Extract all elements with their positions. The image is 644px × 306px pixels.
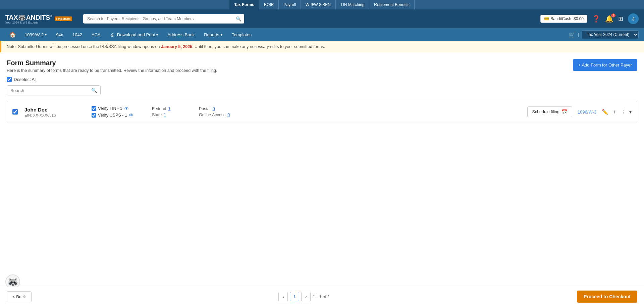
topnav-item-retirement[interactable]: Retirement Benefits <box>369 0 414 9</box>
nav-home-button[interactable]: 🏠 <box>5 28 20 41</box>
federal-label: Federal <box>152 106 166 111</box>
payer-info: John Doe EIN: XX-XXX6516 <box>24 107 85 117</box>
notification-badge: 2 <box>611 13 615 17</box>
notification-bell-icon[interactable]: 🔔 2 <box>605 15 613 23</box>
topnav-item-taxforms[interactable]: Tax Forms <box>229 0 259 9</box>
add-icon[interactable]: ＋ <box>612 108 617 116</box>
header-right: 💳 BanditCash: $0.00 ❓ 🔔 2 ⊞ J <box>540 13 639 24</box>
topnav-item-tin[interactable]: TIN Matching <box>336 0 369 9</box>
schedule-filing-label: Schedule filing <box>532 110 559 114</box>
nav-item-reports-label: Reports <box>204 32 219 37</box>
online-access-label: Online Access <box>199 113 225 117</box>
nav-item-address-book-label: Address Book <box>167 32 195 37</box>
secondary-nav: 🏠 1099/W-2 ▾ 94x 1042 ACA 🖨 Download and… <box>0 28 644 41</box>
cart-icon[interactable]: 🛒 <box>569 32 575 38</box>
state-label: State <box>152 113 162 117</box>
back-button[interactable]: < Back <box>7 291 32 302</box>
verify-tin-eye-icon[interactable]: 👁 <box>124 106 129 111</box>
bandit-cash-button[interactable]: 💳 BanditCash: $0.00 <box>540 15 587 23</box>
topnav-item-payroll[interactable]: Payroll <box>279 0 301 9</box>
nav-item-1042[interactable]: 1042 <box>68 28 87 41</box>
verify-usps-eye-icon[interactable]: 👁 <box>129 113 133 118</box>
postal-col: Postal 0 Online Access 0 <box>199 106 243 117</box>
federal-value[interactable]: 1 <box>168 106 170 111</box>
global-search-box: 🔍 <box>83 14 244 24</box>
apps-grid-icon[interactable]: ⊞ <box>618 15 623 23</box>
bandit-cash-label: BanditCash: $0.00 <box>550 16 584 21</box>
verify-tin-item: Verify TIN - 1 👁 <box>92 106 145 111</box>
nav-item-94x-label: 94x <box>56 32 63 37</box>
verify-usps-label: Verify USPS - 1 <box>98 113 127 118</box>
nav-separator: | <box>578 32 579 37</box>
nav-item-reports[interactable]: Reports ▾ <box>199 28 227 41</box>
verify-usps-checkbox[interactable] <box>92 113 96 118</box>
nav-item-1099w2[interactable]: 1099/W-2 ▾ <box>20 28 51 41</box>
schedule-filing-button[interactable]: Schedule filing 📅 <box>527 106 572 117</box>
add-form-button[interactable]: + Add Form for Other Payer <box>573 59 637 71</box>
form-link-1096w3[interactable]: 1096/W-3 <box>578 110 596 115</box>
top-nav-bar: Tax Forms BOIR Payroll W-9/W-8 BEN TIN M… <box>0 0 644 9</box>
footer: < Back ‹ 1 › 1 - 1 of 1 Proceed to Check… <box>0 287 644 305</box>
premium-badge: PREMIUM <box>55 16 72 21</box>
postal-label: Postal <box>199 106 211 111</box>
form-row: John Doe EIN: XX-XXX6516 Verify TIN - 1 … <box>7 101 637 123</box>
verify-usps-item: Verify USPS - 1 👁 <box>92 113 145 118</box>
postal-value[interactable]: 0 <box>213 106 215 111</box>
deselect-all-checkbox[interactable] <box>7 77 12 82</box>
form-search-box: 🔍 <box>7 85 101 95</box>
form-search-icon[interactable]: 🔍 <box>91 88 97 93</box>
online-access-item: Online Access 0 <box>199 113 243 117</box>
counts-col: Federal 1 State 1 <box>152 106 192 117</box>
nav-right-area: 🛒 | Tax Year 2024 (Current) <box>569 30 639 39</box>
main-header: TAX🦝ANDITS® PREMIUM Your 1099 & W2 Exper… <box>0 9 644 28</box>
search-row: 🔍 <box>7 85 637 95</box>
help-icon[interactable]: ❓ <box>592 15 600 23</box>
more-options-icon[interactable]: ⋮ <box>621 109 626 115</box>
nav-item-download-print[interactable]: 🖨 Download and Print ▾ <box>105 28 163 41</box>
current-page-button[interactable]: 1 <box>290 292 299 301</box>
edit-icon[interactable]: ✏️ <box>602 109 608 115</box>
nav-item-address-book[interactable]: Address Book <box>163 28 199 41</box>
logo: TAX🦝ANDITS® PREMIUM Your 1099 & W2 Exper… <box>5 13 72 24</box>
expand-chevron-icon[interactable]: ▾ <box>629 109 632 115</box>
global-search-input[interactable] <box>83 14 244 24</box>
tax-year-select[interactable]: Tax Year 2024 (Current) <box>582 30 639 39</box>
global-search-button[interactable]: 🔍 <box>236 16 241 21</box>
topnav-item-w9[interactable]: W-9/W-8 BEN <box>301 0 336 9</box>
nav-item-aca-label: ACA <box>92 32 101 37</box>
form-row-checkbox[interactable] <box>12 109 18 115</box>
nav-item-templates[interactable]: Templates <box>227 28 256 41</box>
calendar-icon: 📅 <box>561 109 567 115</box>
action-icons: ✏️ ＋ ⋮ ▾ <box>602 108 632 116</box>
main-content: Form Summary Here is the summary of form… <box>0 52 644 305</box>
verify-col: Verify TIN - 1 👁 Verify USPS - 1 👁 <box>92 106 145 118</box>
logo-area: TAX🦝ANDITS® PREMIUM Your 1099 & W2 Exper… <box>5 13 72 24</box>
logo-text: TAX🦝ANDITS® <box>5 14 52 21</box>
alert-text: Note: Submitted forms will be processed … <box>7 44 161 49</box>
nav-item-94x[interactable]: 94x <box>51 28 68 41</box>
nav-item-1042-label: 1042 <box>72 32 82 37</box>
page-header: Form Summary Here is the summary of form… <box>7 59 637 73</box>
prev-page-button[interactable]: ‹ <box>278 292 288 301</box>
page-header-left: Form Summary Here is the summary of form… <box>7 59 217 73</box>
nav-item-download-print-label: Download and Print <box>117 32 155 37</box>
topnav-item-boir[interactable]: BOIR <box>259 0 279 9</box>
deselect-all-row: Deselect All <box>7 77 637 82</box>
avatar[interactable]: J <box>628 13 639 24</box>
checkout-button[interactable]: Proceed to Checkout <box>577 291 637 303</box>
nav-item-reports-caret: ▾ <box>221 33 222 37</box>
online-access-value[interactable]: 0 <box>227 113 230 117</box>
print-icon: 🖨 <box>110 32 114 37</box>
verify-tin-checkbox[interactable] <box>92 106 96 111</box>
alert-banner: Note: Submitted forms will be processed … <box>0 41 644 52</box>
state-value[interactable]: 1 <box>164 113 166 117</box>
nav-item-aca[interactable]: ACA <box>87 28 105 41</box>
page-range-label: 1 - 1 of 1 <box>313 294 330 299</box>
nav-item-1099w2-label: 1099/W-2 <box>25 32 44 37</box>
next-page-button[interactable]: › <box>301 292 311 301</box>
form-search-input[interactable] <box>10 88 91 93</box>
form-row-checkbox-wrap <box>12 109 18 115</box>
alert-date: January 5, 2025 <box>161 44 192 49</box>
pagination: ‹ 1 › 1 - 1 of 1 <box>278 292 330 301</box>
nav-item-1099w2-caret: ▾ <box>45 33 47 37</box>
